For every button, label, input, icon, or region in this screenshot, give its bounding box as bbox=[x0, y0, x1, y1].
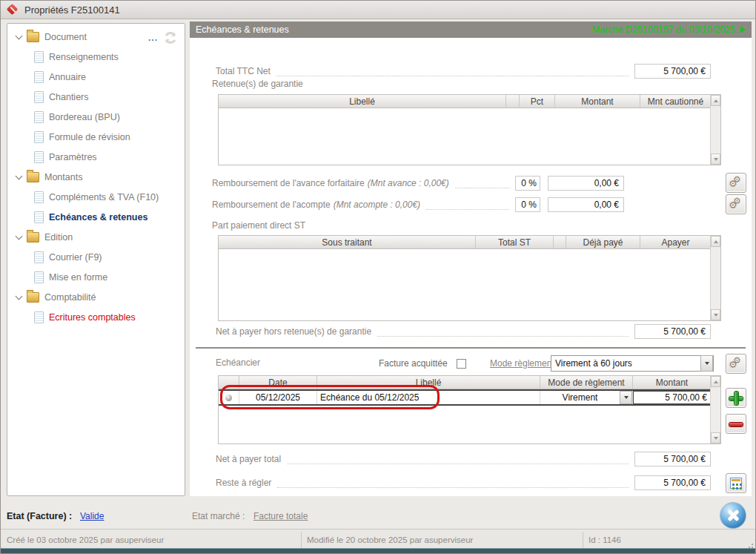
avance-note: (Mnt avance : 0,00€) bbox=[368, 178, 449, 188]
sidebar-item-ecritures-comptables[interactable]: Ecritures comptables bbox=[10, 307, 182, 327]
sidebar-item-label[interactable]: Mise en forme bbox=[49, 272, 107, 283]
scroll-down-icon[interactable] bbox=[711, 432, 720, 443]
avance-pct-field[interactable]: 0 % bbox=[515, 176, 540, 191]
acompte-settings-button[interactable]: ⚙⚙ bbox=[726, 194, 746, 214]
tree-folder-edition[interactable]: Edition bbox=[10, 227, 182, 247]
column-header-apayer[interactable]: Apayer bbox=[640, 236, 711, 249]
chevron-down-icon[interactable] bbox=[16, 232, 23, 240]
sidebar-item-formule-revision[interactable]: Formule de révision bbox=[10, 127, 182, 147]
scroll-up-icon[interactable] bbox=[711, 236, 720, 247]
column-header-libelle[interactable]: Libellé bbox=[219, 95, 506, 108]
column-header-pct[interactable]: Pct bbox=[520, 95, 555, 108]
column-header-row-marker[interactable] bbox=[219, 376, 239, 389]
market-link[interactable]: Marché D25100157 du 03/10/2025 bbox=[592, 24, 746, 35]
echeancier-settings-button[interactable]: ⚙⚙ bbox=[726, 354, 746, 374]
sidebar-item-label-alert[interactable]: Ecritures comptables bbox=[49, 312, 136, 323]
column-header-mnt-cautionne[interactable]: Mnt cautionné bbox=[640, 95, 711, 108]
avance-amount-field[interactable]: 0,00 € bbox=[548, 176, 624, 191]
column-header-blank[interactable] bbox=[554, 236, 566, 249]
scroll-down-icon[interactable] bbox=[711, 154, 720, 165]
sidebar-item-label[interactable]: Paramètres bbox=[49, 152, 97, 162]
avance-settings-button[interactable]: ⚙⚙ bbox=[726, 173, 746, 193]
dotted-leader bbox=[455, 179, 509, 188]
scroll-up-icon[interactable] bbox=[711, 95, 720, 106]
retenues-scrollbar[interactable] bbox=[710, 95, 720, 165]
column-header-blank[interactable] bbox=[506, 95, 520, 108]
chevron-down-icon[interactable] bbox=[16, 32, 23, 39]
date-cell[interactable]: 05/12/2025 bbox=[239, 391, 317, 404]
echeancier-scrollbar[interactable] bbox=[710, 376, 720, 443]
app-logo-icon bbox=[7, 4, 19, 16]
tree-folder-montants[interactable]: Montants bbox=[10, 167, 182, 187]
sidebar-item-label-selected[interactable]: Echéances & retenues bbox=[49, 212, 147, 222]
echeancier-row[interactable]: 05/12/2025 Echéance du 05/12/2025 Vireme… bbox=[219, 389, 711, 406]
column-header-total-st[interactable]: Total ST bbox=[476, 236, 554, 249]
tree-folder-label[interactable]: Montants bbox=[44, 172, 82, 182]
scroll-up-icon[interactable] bbox=[711, 376, 720, 387]
sidebar-item-label[interactable]: Compléments & TVA (F10) bbox=[49, 192, 159, 202]
sidebar-item-courrier[interactable]: Courrier (F9) bbox=[10, 247, 182, 267]
etat-facture-link[interactable]: Valide bbox=[80, 511, 104, 521]
payment-calculator-button[interactable] bbox=[726, 473, 746, 493]
tree-folder-label[interactable]: Comptabilité bbox=[44, 292, 96, 303]
more-options-button[interactable]: ... bbox=[148, 34, 158, 42]
sidebar-item-annuaire[interactable]: Annuaire bbox=[10, 67, 182, 87]
etat-marche-link[interactable]: Facture totale bbox=[253, 511, 308, 521]
close-button[interactable] bbox=[720, 502, 746, 529]
page-icon bbox=[34, 271, 44, 283]
tree-folder-label[interactable]: Document bbox=[44, 32, 87, 42]
dotted-leader bbox=[287, 455, 629, 464]
column-header-deja-paye[interactable]: Déjà payé bbox=[566, 236, 640, 249]
column-header-sous-traitant[interactable]: Sous traitant bbox=[219, 236, 476, 249]
mode-reglement-select[interactable]: Virement à 60 jours bbox=[551, 355, 714, 372]
mode-cell-value: Virement bbox=[540, 392, 620, 403]
sidebar-item-label[interactable]: Chantiers bbox=[49, 92, 89, 102]
libelle-cell[interactable]: Echéance du 05/12/2025 bbox=[317, 391, 540, 404]
tree-folder-label[interactable]: Edition bbox=[44, 232, 73, 243]
page-icon bbox=[34, 311, 44, 323]
refresh-icon[interactable] bbox=[162, 30, 179, 46]
sidebar-item-label[interactable]: Formule de révision bbox=[49, 132, 130, 142]
sidebar-item-renseignements[interactable]: Renseignements bbox=[10, 47, 182, 67]
sidebar-item-complements-tva[interactable]: Compléments & TVA (F10) bbox=[10, 187, 182, 207]
main-content: Total TTC Net 5 700,00 € Retenue(s) de g… bbox=[190, 38, 752, 496]
column-header-montant[interactable]: Montant bbox=[633, 376, 711, 389]
gear-icon: ⚙⚙ bbox=[729, 357, 743, 371]
add-echeance-button[interactable] bbox=[726, 388, 746, 408]
montant-cell[interactable]: 5 700,00 € bbox=[633, 391, 711, 404]
market-link-label[interactable]: Marché D25100157 du 03/10/2025 bbox=[592, 24, 735, 35]
status-divider bbox=[301, 532, 302, 548]
column-header-mode[interactable]: Mode de règlement bbox=[540, 376, 633, 389]
remove-echeance-button[interactable] bbox=[726, 414, 746, 434]
acompte-pct-field[interactable]: 0 % bbox=[515, 197, 540, 212]
sidebar-item-chantiers[interactable]: Chantiers bbox=[10, 87, 182, 107]
sidebar-item-label[interactable]: Annuaire bbox=[49, 72, 86, 82]
sidebar-item-bordereau[interactable]: Bordereau (BPU) bbox=[10, 107, 182, 127]
facture-acquittee-checkbox[interactable] bbox=[457, 359, 466, 369]
sidebar-item-label[interactable]: Renseignements bbox=[49, 52, 119, 62]
chevron-down-icon[interactable] bbox=[620, 391, 632, 404]
sidebar-item-mise-en-forme[interactable]: Mise en forme bbox=[10, 267, 182, 287]
resize-grip[interactable] bbox=[747, 542, 753, 548]
minus-icon bbox=[729, 418, 743, 431]
sidebar-item-echeances-retenues[interactable]: Echéances & retenues bbox=[10, 207, 182, 227]
column-header-date[interactable]: Date bbox=[239, 376, 317, 389]
acompte-row: Remboursement de l'acompte(Mnt acompte :… bbox=[212, 197, 624, 213]
scroll-down-icon[interactable] bbox=[711, 309, 720, 320]
column-header-libelle[interactable]: Libellé bbox=[317, 376, 540, 389]
part-st-scrollbar[interactable] bbox=[710, 236, 720, 320]
retenues-table: Libellé Pct Montant Mnt cautionné bbox=[218, 94, 721, 165]
column-header-montant[interactable]: Montant bbox=[555, 95, 640, 108]
window-bottom-edge bbox=[1, 548, 755, 553]
sidebar-item-parametres[interactable]: Paramètres bbox=[10, 147, 182, 167]
chevron-down-icon[interactable] bbox=[16, 292, 23, 300]
chevron-down-icon[interactable] bbox=[16, 172, 23, 179]
sidebar-item-label[interactable]: Courrier (F9) bbox=[49, 252, 102, 263]
tree-folder-comptabilite[interactable]: Comptabilité bbox=[10, 287, 182, 307]
mode-cell[interactable]: Virement bbox=[540, 391, 633, 404]
chevron-down-icon[interactable] bbox=[700, 355, 713, 372]
page-icon bbox=[34, 211, 44, 223]
sidebar-item-label[interactable]: Bordereau (BPU) bbox=[49, 112, 120, 122]
acompte-amount-field[interactable]: 0,00 € bbox=[548, 197, 624, 212]
mode-reglement-link[interactable]: Mode règlement bbox=[490, 358, 554, 369]
